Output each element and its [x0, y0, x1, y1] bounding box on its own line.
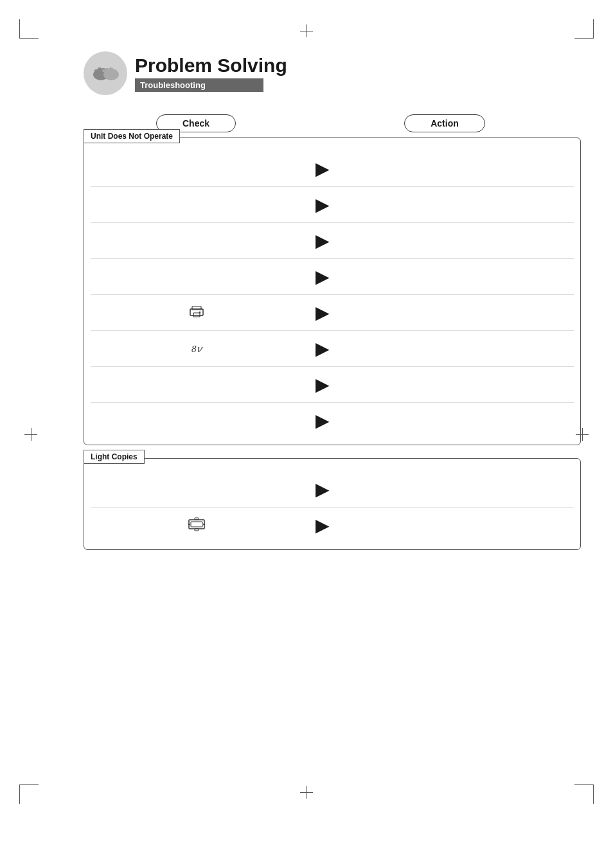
svg-rect-8 [105, 68, 109, 71]
hands-icon [89, 60, 121, 86]
reg-mark-top-right [574, 19, 594, 39]
printer-small-icon [189, 305, 204, 321]
action-col: ▶ [309, 338, 580, 359]
check-col [84, 517, 309, 534]
section-rows-2: ▶ [84, 459, 580, 549]
svg-rect-18 [195, 518, 199, 520]
subtitle-bar: Troubleshooting [135, 78, 263, 92]
image-icon [188, 517, 205, 534]
title-block: Problem Solving Troubleshooting [135, 55, 581, 92]
arrow-icon: ▶ [315, 194, 330, 215]
arrow-icon: ▶ [315, 158, 330, 179]
section-light-copies: Light Copies ▶ [84, 458, 581, 550]
svg-rect-7 [109, 67, 113, 71]
section-rows-1: ▶ ▶ ▶ [84, 138, 580, 445]
scanner-icon [188, 517, 205, 531]
table-row: ▶ [84, 403, 580, 438]
header-icon-circle [84, 51, 127, 95]
table-row: ▶ [84, 151, 580, 186]
action-col: ▶ [309, 410, 580, 431]
table-row: ▶ [84, 295, 580, 330]
action-col: ▶ [309, 374, 580, 395]
action-col: ▶ [309, 515, 580, 536]
action-col: ▶ [309, 158, 580, 179]
svg-rect-9 [102, 69, 105, 72]
svg-rect-19 [195, 529, 199, 531]
action-column-header: Action [308, 114, 581, 132]
page-title: Problem Solving [135, 55, 581, 76]
arrow-icon: ▶ [315, 338, 330, 359]
arrow-icon: ▶ [315, 479, 330, 500]
check-col [84, 305, 309, 321]
svg-rect-14 [189, 520, 204, 529]
section-label-light-copies: Light Copies [84, 450, 145, 464]
table-row: ▶ [84, 259, 580, 294]
check-col: 8𝑣 [84, 343, 309, 355]
arrow-icon: ▶ [315, 266, 330, 287]
action-col: ▶ [309, 194, 580, 215]
action-header-pill: Action [404, 114, 485, 132]
action-col: ▶ [309, 479, 580, 500]
arrow-icon: ▶ [315, 515, 330, 536]
arrow-icon: ▶ [315, 230, 330, 251]
table-row: 8𝑣 ▶ [84, 331, 580, 366]
table-row: ▶ [84, 223, 580, 258]
action-col: ▶ [309, 230, 580, 251]
section-label-unit-does-not-operate: Unit Does Not Operate [84, 129, 180, 143]
main-content: Problem Solving Troubleshooting Check Ac… [84, 51, 581, 791]
reg-mark-top-left [19, 19, 39, 39]
voltage-symbol: 8𝑣 [191, 343, 202, 355]
arrow-icon: ▶ [315, 302, 330, 323]
reg-mark-bottom-left [19, 784, 39, 804]
arrow-icon: ▶ [315, 374, 330, 395]
section-unit-does-not-operate: Unit Does Not Operate ▶ ▶ [84, 137, 581, 445]
svg-rect-15 [191, 522, 202, 527]
crosshair-top [300, 24, 313, 37]
crosshair-left [24, 428, 37, 441]
svg-rect-2 [98, 67, 102, 71]
table-row: ▶ [84, 367, 580, 402]
svg-rect-12 [193, 313, 200, 317]
svg-point-13 [199, 311, 200, 312]
arrow-icon: ▶ [315, 410, 330, 431]
table-area: Check Action Unit Does Not Operate ▶ [84, 114, 581, 550]
table-row: ▶ [84, 472, 580, 507]
table-row: ▶ [84, 187, 580, 222]
device-icon [189, 305, 204, 318]
action-col: ▶ [309, 302, 580, 323]
table-row: ▶ [84, 508, 580, 543]
action-col: ▶ [309, 266, 580, 287]
page-header: Problem Solving Troubleshooting [84, 51, 581, 95]
